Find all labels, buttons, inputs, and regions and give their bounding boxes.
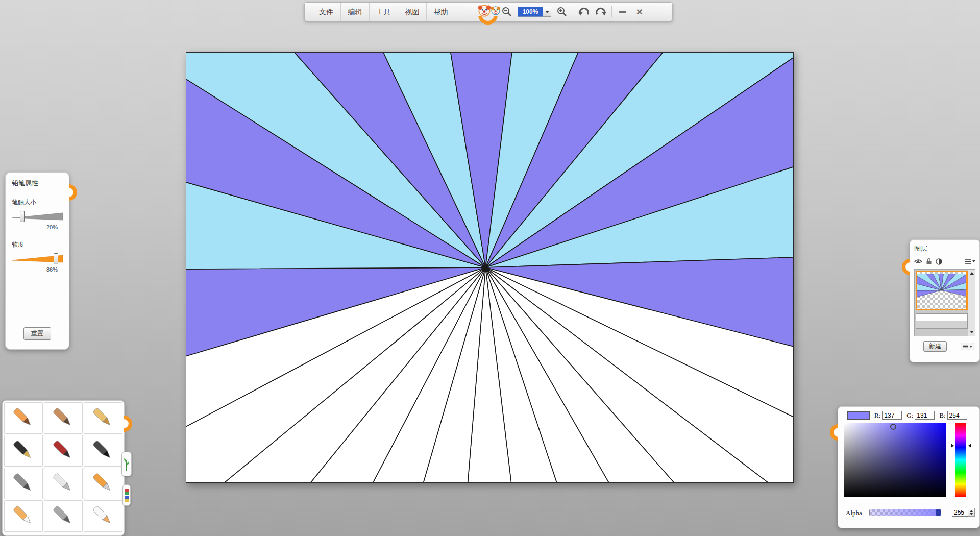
- tool-drawing-nib[interactable]: [44, 500, 83, 532]
- layers-panel-collapse-tab[interactable]: [901, 257, 910, 278]
- scroll-down-icon[interactable]: [970, 331, 974, 333]
- minimize-icon: [619, 11, 626, 13]
- paint-tube-icon: [9, 504, 38, 528]
- layer-lock-button[interactable]: [926, 258, 932, 265]
- tool-palette-knife[interactable]: [44, 468, 83, 499]
- toolbar-separator: [611, 6, 612, 17]
- tab-ring-icon: [124, 416, 132, 432]
- chevron-down-icon: [972, 260, 975, 262]
- tool-crayon[interactable]: [84, 402, 122, 434]
- tool-palette-panel: [2, 400, 125, 536]
- current-color-swatch[interactable]: [847, 411, 870, 420]
- drawing-nib-icon: [48, 504, 78, 528]
- chevron-down-icon: [969, 346, 972, 348]
- palette-knife-icon: [48, 471, 78, 496]
- plant-brush-tab[interactable]: [121, 452, 132, 476]
- tool-pencil[interactable]: [4, 402, 43, 434]
- zoom-in-button[interactable]: [556, 5, 568, 18]
- layer-item-current[interactable]: [916, 271, 968, 310]
- saturation-value-picker[interactable]: [844, 423, 946, 497]
- scroll-up-icon[interactable]: [970, 272, 974, 275]
- new-layer-button[interactable]: 新建: [923, 341, 947, 352]
- layer-visibility-button[interactable]: [914, 258, 922, 264]
- close-button[interactable]: ×: [633, 5, 646, 18]
- toolbar-icons: 100%: [501, 5, 646, 18]
- layer-options-button[interactable]: [965, 259, 975, 264]
- g-input[interactable]: [915, 411, 935, 420]
- tool-paint-brush[interactable]: [44, 435, 83, 467]
- softness-handle[interactable]: [54, 253, 58, 264]
- reset-button[interactable]: 重置: [23, 327, 51, 340]
- layer-menu-button[interactable]: [961, 343, 974, 350]
- undo-button[interactable]: [578, 5, 590, 18]
- mini-palette-tab[interactable]: [122, 484, 131, 506]
- pencil-panel-collapse-tab[interactable]: [69, 183, 78, 203]
- layer-item-background[interactable]: [916, 313, 968, 329]
- tool-ink-brush[interactable]: [84, 435, 122, 467]
- tool-eraser[interactable]: [84, 500, 122, 532]
- pencil-panel-title: 铅笔属性: [12, 179, 63, 188]
- color-panel-collapse-tab[interactable]: [829, 423, 838, 443]
- eye-icon: [914, 258, 922, 264]
- zoom-dropdown-button[interactable]: [543, 7, 551, 17]
- tool-palette-collapse-tab[interactable]: [124, 414, 133, 434]
- alpha-handle[interactable]: [936, 509, 941, 516]
- pencil-properties-panel: 铅笔属性 笔触大小 20% 软度 86% 重置: [5, 172, 69, 350]
- tool-fountain-pen[interactable]: [4, 435, 43, 467]
- toolbar-handle[interactable]: [477, 16, 500, 28]
- alpha-label: Alpha: [846, 509, 862, 517]
- brush-size-slider[interactable]: [12, 211, 63, 222]
- drawing-canvas[interactable]: [186, 52, 794, 483]
- minimize-button[interactable]: [617, 5, 629, 18]
- tab-ring-icon: [830, 424, 838, 441]
- layer-list: [914, 269, 975, 336]
- r-input[interactable]: [882, 411, 902, 420]
- zoom-level-value[interactable]: 100%: [518, 7, 543, 17]
- b-input[interactable]: [947, 411, 967, 420]
- alpha-fill: [870, 509, 941, 516]
- layers-scrollbar[interactable]: [968, 270, 975, 336]
- spinner-up-icon: [970, 510, 973, 512]
- brush-size-value: 20%: [12, 224, 58, 230]
- hue-slider[interactable]: [955, 423, 966, 497]
- pencil-icon: [9, 406, 38, 430]
- layers-toolbar: [914, 258, 975, 265]
- softness-label: 软度: [12, 240, 63, 249]
- sketch-pencil-icon: [48, 406, 78, 430]
- layers-panel: 图层: [910, 239, 980, 362]
- alpha-input[interactable]: [952, 508, 968, 517]
- rgb-row: R: G: B:: [838, 411, 979, 420]
- softness-slider[interactable]: [12, 253, 63, 264]
- tool-airbrush[interactable]: [4, 468, 43, 499]
- brush-size-handle[interactable]: [20, 211, 24, 222]
- alpha-slider[interactable]: [869, 509, 941, 516]
- spinner-down-icon: [970, 513, 973, 515]
- menu-item-1[interactable]: 编辑: [340, 3, 369, 21]
- hue-marker-right-icon: [968, 444, 971, 448]
- main-toolbar: 文件编辑工具视图帮助 100%: [304, 2, 673, 21]
- menu-item-2[interactable]: 工具: [369, 3, 398, 21]
- lock-icon: [926, 258, 932, 265]
- tool-paint-roller[interactable]: [84, 468, 122, 499]
- paint-brush-icon: [48, 438, 78, 463]
- brush-size-wedge: [12, 212, 63, 221]
- color-picker-panel: R: G: B: Alpha: [838, 406, 980, 528]
- canvas-artwork: [186, 53, 793, 482]
- mascot[interactable]: [467, 1, 511, 31]
- redo-button[interactable]: [595, 5, 607, 18]
- menu-item-3[interactable]: 视图: [398, 3, 426, 21]
- list-icon: [963, 344, 968, 349]
- alpha-spinner[interactable]: [968, 508, 975, 517]
- menu-item-4[interactable]: 帮助: [426, 3, 455, 21]
- menu-item-0[interactable]: 文件: [312, 3, 340, 21]
- toolbar-separator: [573, 6, 573, 17]
- tool-paint-tube[interactable]: [4, 500, 43, 532]
- app-background: 文件编辑工具视图帮助 100%: [0, 0, 980, 536]
- zoom-level-combo[interactable]: 100%: [518, 7, 551, 17]
- crayon-icon: [88, 406, 118, 430]
- tool-sketch-pencil[interactable]: [44, 402, 83, 434]
- layer-blend-button[interactable]: [936, 258, 942, 265]
- brush-size-label: 笔触大小: [12, 198, 63, 207]
- layers-panel-title: 图层: [914, 244, 975, 253]
- sv-cursor[interactable]: [890, 424, 896, 430]
